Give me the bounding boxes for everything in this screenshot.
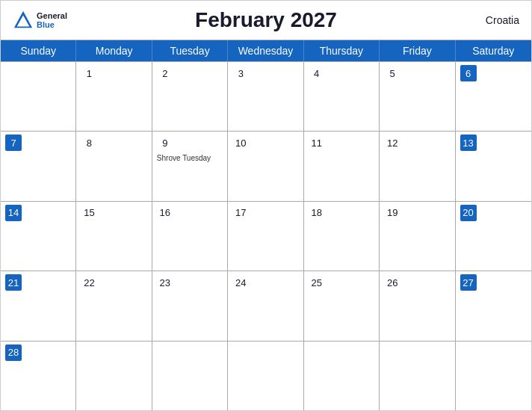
day-cell: 10 bbox=[228, 132, 303, 200]
day-number: 20 bbox=[460, 205, 477, 221]
day-header-sunday: Sunday bbox=[1, 40, 76, 61]
day-number: 25 bbox=[309, 274, 325, 291]
week-row-4: 28 bbox=[1, 341, 531, 410]
day-cell bbox=[76, 342, 152, 410]
day-header-saturday: Saturday bbox=[456, 40, 531, 61]
day-number: 3 bbox=[232, 65, 249, 81]
logo-general: General bbox=[37, 11, 67, 20]
day-cell: 16 bbox=[152, 202, 228, 271]
day-cell: 8 bbox=[76, 132, 152, 200]
day-number: 26 bbox=[384, 274, 400, 291]
day-cell: 28 bbox=[1, 342, 76, 410]
day-number: 11 bbox=[309, 135, 325, 151]
day-cell: 23 bbox=[152, 271, 228, 340]
day-cell: 7 bbox=[1, 132, 76, 200]
day-cell: 21 bbox=[1, 271, 76, 340]
day-cell: 22 bbox=[76, 271, 152, 340]
day-number: 22 bbox=[81, 274, 97, 291]
day-cell bbox=[228, 342, 303, 410]
day-cell: 6 bbox=[456, 62, 531, 131]
day-headers-row: SundayMondayTuesdayWednesdayThursdayFrid… bbox=[1, 40, 531, 61]
week-row-2: 14151617181920 bbox=[1, 201, 531, 271]
week-row-0: 123456 bbox=[1, 61, 531, 131]
day-header-friday: Friday bbox=[380, 40, 455, 61]
logo-blue: Blue bbox=[37, 20, 67, 29]
day-number: 19 bbox=[384, 205, 400, 221]
day-cell: 2 bbox=[152, 62, 228, 131]
day-cell: 24 bbox=[228, 271, 303, 340]
day-number: 6 bbox=[460, 65, 477, 81]
day-number: 27 bbox=[460, 274, 477, 291]
day-number: 15 bbox=[81, 205, 97, 221]
logo: General Blue bbox=[13, 10, 67, 31]
day-number: 5 bbox=[384, 65, 400, 81]
country-label: Croatia bbox=[486, 14, 519, 26]
day-header-wednesday: Wednesday bbox=[228, 40, 303, 61]
day-cell: 13 bbox=[456, 132, 531, 200]
day-cell: 19 bbox=[380, 202, 455, 271]
day-cell bbox=[456, 342, 531, 410]
day-header-monday: Monday bbox=[76, 40, 152, 61]
day-cell: 4 bbox=[304, 62, 380, 131]
day-cell bbox=[152, 342, 228, 410]
day-header-tuesday: Tuesday bbox=[152, 40, 228, 61]
day-cell: 14 bbox=[1, 202, 76, 271]
event-label: Shrove Tuesday bbox=[157, 154, 223, 162]
day-cell: 11 bbox=[304, 132, 380, 200]
logo-icon bbox=[13, 10, 34, 31]
calendar-title: February 2027 bbox=[195, 8, 337, 32]
day-number: 28 bbox=[5, 344, 22, 361]
day-number: 8 bbox=[81, 135, 97, 151]
day-cell: 12 bbox=[380, 132, 455, 200]
day-cell: 3 bbox=[228, 62, 303, 131]
calendar-grid: SundayMondayTuesdayWednesdayThursdayFrid… bbox=[1, 40, 531, 410]
day-number: 14 bbox=[5, 205, 22, 221]
day-number: 4 bbox=[309, 65, 325, 81]
day-number: 24 bbox=[232, 274, 249, 291]
day-number: 13 bbox=[460, 135, 477, 151]
day-header-thursday: Thursday bbox=[304, 40, 380, 61]
weeks-container: 123456789Shrove Tuesday10111213141516171… bbox=[1, 61, 531, 410]
day-cell: 27 bbox=[456, 271, 531, 340]
calendar-header: General Blue February 2027 Croatia bbox=[1, 1, 531, 40]
day-number: 23 bbox=[157, 274, 173, 291]
day-cell: 1 bbox=[76, 62, 152, 131]
day-number: 10 bbox=[232, 135, 249, 151]
logo-text: General Blue bbox=[37, 11, 67, 29]
day-cell: 9Shrove Tuesday bbox=[152, 132, 228, 200]
day-number: 17 bbox=[232, 205, 249, 221]
day-cell: 25 bbox=[304, 271, 380, 340]
week-row-1: 789Shrove Tuesday10111213 bbox=[1, 131, 531, 200]
week-row-3: 21222324252627 bbox=[1, 271, 531, 340]
day-number: 12 bbox=[384, 135, 400, 151]
day-cell bbox=[304, 342, 380, 410]
day-cell: 26 bbox=[380, 271, 455, 340]
calendar: General Blue February 2027 Croatia Sunda… bbox=[0, 0, 532, 411]
day-number: 18 bbox=[309, 205, 325, 221]
day-number: 9 bbox=[157, 135, 173, 151]
day-number: 21 bbox=[5, 274, 22, 291]
day-number: 1 bbox=[81, 65, 97, 81]
day-cell: 18 bbox=[304, 202, 380, 271]
day-cell bbox=[1, 62, 76, 131]
day-number: 7 bbox=[5, 135, 22, 151]
day-cell: 5 bbox=[380, 62, 455, 131]
day-number: 16 bbox=[157, 205, 173, 221]
day-number: 2 bbox=[157, 65, 173, 81]
day-cell bbox=[380, 342, 455, 410]
day-cell: 15 bbox=[76, 202, 152, 271]
day-cell: 20 bbox=[456, 202, 531, 271]
day-cell: 17 bbox=[228, 202, 303, 271]
